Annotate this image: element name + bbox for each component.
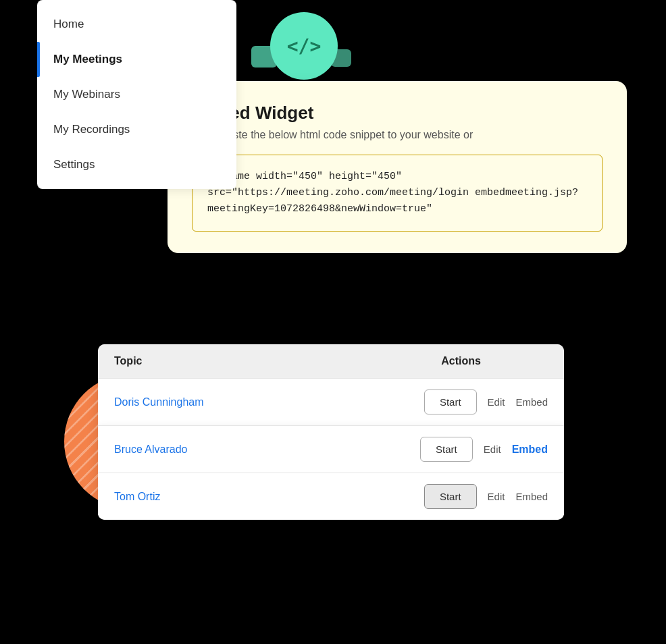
table-header-topic: Topic	[114, 355, 374, 367]
table-row-highlighted: Bruce Alvarado Start Edit Embed	[98, 425, 564, 473]
meetings-table: Topic Actions Doris Cunningham Start Edi…	[98, 344, 564, 520]
sidebar-item-my-recordings[interactable]: My Recordings	[37, 112, 236, 147]
edit-link-tom[interactable]: Edit	[488, 491, 505, 502]
code-icon: </>	[287, 35, 322, 57]
row-topic-bruce: Bruce Alvarado	[114, 444, 374, 456]
sidebar-item-my-webinars[interactable]: My Webinars	[37, 77, 236, 112]
embed-widget-description: Copy/Paste the below html code snippet t…	[192, 129, 603, 141]
code-icon-decoration: </>	[270, 12, 338, 80]
embed-widget-panel: Embed Widget Copy/Paste the below html c…	[168, 81, 627, 253]
edit-link-doris[interactable]: Edit	[488, 396, 505, 408]
embed-code-box[interactable]: <iframe width="450" height="450" src="ht…	[192, 155, 603, 232]
start-button-doris[interactable]: Start	[424, 390, 477, 414]
row-actions-bruce: Start Edit Embed	[374, 437, 548, 462]
sidebar-item-settings[interactable]: Settings	[37, 147, 236, 182]
start-button-tom[interactable]: Start	[424, 484, 477, 509]
sidebar-item-my-meetings[interactable]: My Meetings	[37, 42, 236, 77]
sidebar-my-meetings-label: My Meetings	[53, 53, 122, 65]
sidebar-my-recordings-label: My Recordings	[53, 123, 130, 136]
embed-link-doris[interactable]: Embed	[515, 396, 548, 408]
row-actions-tom: Start Edit Embed	[374, 484, 548, 509]
edit-link-bruce[interactable]: Edit	[484, 444, 501, 455]
sidebar-settings-label: Settings	[53, 158, 95, 171]
embed-link-tom[interactable]: Embed	[515, 491, 548, 502]
table-header: Topic Actions	[98, 344, 564, 378]
row-topic-tom: Tom Ortiz	[114, 491, 374, 503]
sidebar-item-home[interactable]: Home	[37, 7, 236, 42]
embed-link-bruce-active[interactable]: Embed	[512, 444, 548, 456]
row-topic-doris: Doris Cunningham	[114, 396, 374, 408]
table-row: Doris Cunningham Start Edit Embed	[98, 378, 564, 425]
sidebar-home-label: Home	[53, 18, 84, 30]
embed-widget-title: Embed Widget	[192, 103, 603, 124]
table-row-tom: Tom Ortiz Start Edit Embed	[98, 473, 564, 520]
start-button-bruce[interactable]: Start	[420, 437, 473, 462]
sidebar-my-webinars-label: My Webinars	[53, 88, 120, 101]
sidebar: Home My Meetings My Webinars My Recordin…	[37, 0, 236, 189]
row-actions-doris: Start Edit Embed	[374, 390, 548, 414]
table-header-actions: Actions	[374, 355, 548, 367]
